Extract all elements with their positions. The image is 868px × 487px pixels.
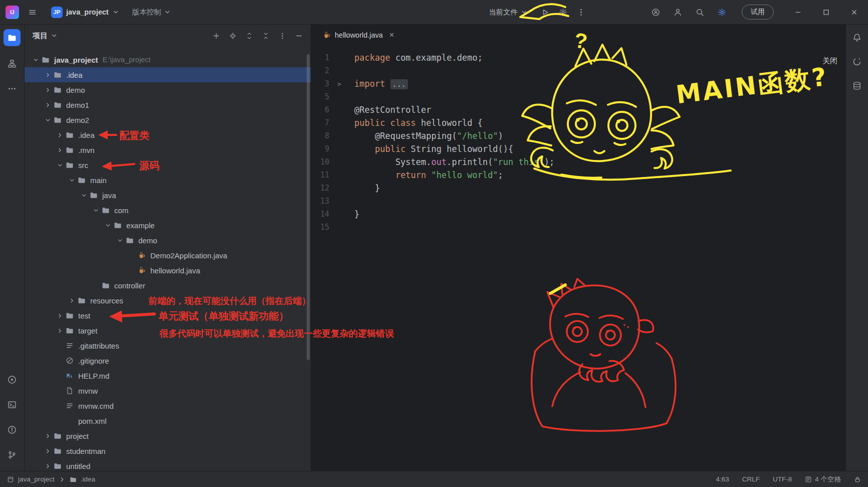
tree-item[interactable]: .mvn xyxy=(25,142,311,157)
settings-gear-icon[interactable] xyxy=(713,3,731,21)
tree-item[interactable]: .idea xyxy=(25,67,311,82)
close-button[interactable] xyxy=(840,0,868,24)
code-line[interactable]: 12 } xyxy=(311,182,845,195)
trial-button[interactable]: 试用 xyxy=(742,5,774,20)
run-options-gear-icon[interactable] xyxy=(554,3,572,21)
tree-item[interactable]: demo xyxy=(25,233,311,248)
ai-assistant-icon[interactable] xyxy=(849,54,864,69)
tree-item[interactable]: java_projectE:\java_project xyxy=(25,52,311,67)
minimize-button[interactable] xyxy=(784,0,812,24)
tab-close-icon[interactable]: × xyxy=(389,31,394,39)
tree-item[interactable]: mvnw.cmd xyxy=(25,398,311,413)
add-icon[interactable] xyxy=(209,29,223,43)
breadcrumb-project[interactable]: java_project xyxy=(18,475,55,483)
indent-widget[interactable]: 4 个空格 xyxy=(805,475,841,484)
tree-item[interactable]: project xyxy=(25,428,311,443)
project-tool-window-icon[interactable] xyxy=(4,29,21,46)
code-line[interactable]: 8 @RequestMapping("/hello") xyxy=(311,129,845,142)
chevron-right-icon[interactable] xyxy=(43,87,53,93)
tree-item[interactable]: pom.xml xyxy=(25,413,311,428)
run-tool-icon[interactable] xyxy=(4,371,21,388)
caret-position[interactable]: 4:63 xyxy=(716,475,729,483)
collapse-all-icon[interactable] xyxy=(259,29,273,43)
breadcrumb-folder[interactable]: .idea xyxy=(81,475,95,483)
scrollbar-thumb[interactable] xyxy=(307,54,310,360)
code-line[interactable]: 1package com.example.demo; xyxy=(311,51,845,64)
tree-item[interactable]: demo2 xyxy=(25,112,311,127)
code-line[interactable]: 15 xyxy=(311,221,845,234)
chevron-down-icon[interactable] xyxy=(103,222,113,229)
code-line[interactable]: 2 xyxy=(311,64,845,77)
maximize-button[interactable] xyxy=(812,0,840,24)
chevron-down-icon[interactable] xyxy=(31,57,41,63)
tree-item[interactable]: test xyxy=(25,308,311,323)
hide-panel-icon[interactable] xyxy=(292,29,306,43)
chevron-right-icon[interactable] xyxy=(55,132,65,138)
code-line[interactable]: 7public class helloworld { xyxy=(311,116,845,129)
chevron-right-icon[interactable] xyxy=(43,102,53,108)
code-line[interactable]: 5 xyxy=(311,90,845,103)
terminal-icon[interactable] xyxy=(4,396,21,413)
tree-item[interactable]: Demo2Application.java xyxy=(25,248,311,263)
file-encoding[interactable]: UTF-8 xyxy=(773,475,792,483)
project-widget[interactable]: JP java_project xyxy=(51,7,119,18)
vcs-widget[interactable]: 版本控制 xyxy=(132,8,171,17)
chevron-right-icon[interactable] xyxy=(43,72,53,78)
line-ending[interactable]: CRLF xyxy=(742,475,760,483)
tree-item[interactable]: helloworld.java xyxy=(25,263,311,278)
chevron-down-icon[interactable] xyxy=(67,177,77,184)
tree-item[interactable]: untitled xyxy=(25,458,311,471)
run-config-widget[interactable]: 当前文件 xyxy=(484,8,536,17)
problems-icon[interactable] xyxy=(4,421,21,438)
tree-item[interactable]: M↓HELP.md xyxy=(25,368,311,383)
code-area[interactable]: 1package com.example.demo;23>import ...5… xyxy=(311,46,845,234)
readonly-lock-icon[interactable] xyxy=(854,476,861,483)
more-tools-icon[interactable] xyxy=(4,80,21,97)
banner-close-link[interactable]: 关闭 xyxy=(822,56,837,66)
tree-item[interactable]: com xyxy=(25,203,311,218)
code-line[interactable]: 10 System.out.println("run this"); xyxy=(311,155,845,169)
tree-item[interactable]: main xyxy=(25,173,311,188)
run-button[interactable] xyxy=(536,3,554,21)
chevron-down-icon[interactable] xyxy=(115,237,125,244)
fold-marker-icon[interactable]: > xyxy=(333,80,345,88)
tree-item[interactable]: example xyxy=(25,218,311,233)
chevron-right-icon[interactable] xyxy=(55,147,65,153)
chevron-right-icon[interactable] xyxy=(55,328,65,334)
code-line[interactable]: 11 return "hello world"; xyxy=(311,169,845,182)
tree-item[interactable]: studentman xyxy=(25,443,311,458)
tree-item[interactable]: .idea xyxy=(25,127,311,142)
code-line[interactable]: 6@RestController xyxy=(311,103,845,116)
more-actions-icon[interactable] xyxy=(572,3,590,21)
tool-window-title[interactable]: 项目 xyxy=(33,31,48,41)
chevron-down-icon[interactable] xyxy=(43,117,53,123)
code-line[interactable]: 3>import ... xyxy=(311,77,845,90)
tree-item[interactable]: .gitattributes xyxy=(25,338,311,353)
tree-item[interactable]: src xyxy=(25,157,311,173)
chevron-down-icon[interactable] xyxy=(55,162,65,169)
hamburger-menu-icon[interactable] xyxy=(23,3,41,21)
tree-item[interactable]: .gitignore xyxy=(25,353,311,368)
chevron-right-icon[interactable] xyxy=(43,448,53,454)
code-with-me-icon[interactable] xyxy=(646,3,665,21)
structure-icon[interactable] xyxy=(4,55,21,72)
panel-more-icon[interactable] xyxy=(276,29,289,43)
tree-item[interactable]: mvnw xyxy=(25,383,311,398)
code-line[interactable]: 13 xyxy=(311,195,845,208)
database-icon[interactable] xyxy=(849,78,864,93)
editor-tab[interactable]: helloworld.java × xyxy=(316,24,400,46)
locate-file-icon[interactable] xyxy=(226,29,240,43)
tree-item[interactable]: demo xyxy=(25,82,311,97)
tree-item[interactable]: resources xyxy=(25,293,311,308)
chevron-right-icon[interactable] xyxy=(43,433,53,439)
code-line[interactable]: 9 public String helloworld(){ xyxy=(311,142,845,155)
chevron-down-icon[interactable] xyxy=(91,207,101,214)
chevron-down-icon[interactable] xyxy=(79,192,89,199)
chevron-right-icon[interactable] xyxy=(67,297,77,304)
tree-item[interactable]: java xyxy=(25,188,311,203)
chevron-right-icon[interactable] xyxy=(55,312,65,319)
search-icon[interactable] xyxy=(691,3,709,21)
tree-item[interactable]: target xyxy=(25,323,311,338)
expand-all-icon[interactable] xyxy=(243,29,256,43)
tree-item[interactable]: controller xyxy=(25,278,311,293)
